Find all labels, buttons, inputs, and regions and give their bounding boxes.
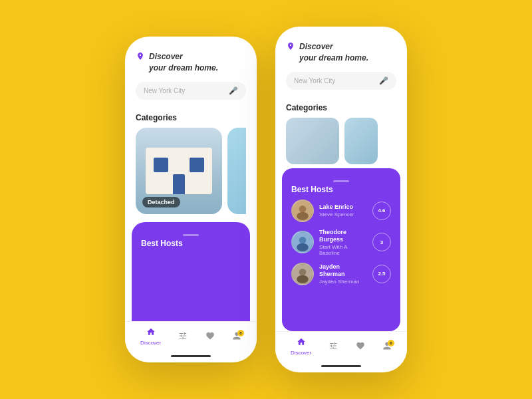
host-rating-2: 3: [372, 233, 391, 251]
category-label-detached: Detached: [142, 197, 180, 207]
best-hosts-title-right: Best Hosts: [291, 185, 391, 194]
host-rating-1: 4.6: [372, 201, 391, 220]
location-pin-icon-right: [286, 43, 295, 52]
heart-icon-right: [356, 341, 365, 352]
nav-bar-right: Discover 8: [275, 331, 407, 362]
home-indicator-left: [171, 355, 211, 357]
discover-title-left: Discover your dream home.: [136, 51, 246, 74]
mic-icon-right[interactable]: 🎤: [379, 76, 388, 85]
nav-profile-right[interactable]: 8: [382, 341, 392, 352]
right-header: Discover your dream home. New York City …: [275, 27, 407, 96]
nav-discover-left[interactable]: Discover: [140, 327, 161, 346]
host-item-2[interactable]: Theodore Burgess Start With A Baseline 3: [291, 229, 391, 256]
adjust-icon-right: [329, 341, 338, 352]
host-rating-3: 2.5: [372, 265, 391, 283]
best-hosts-expanded: Best Hosts Lake Enrico Steve Spencer: [282, 168, 400, 331]
nav-discover-label-left: Discover: [140, 340, 161, 346]
nav-discover-label-right: Discover: [291, 350, 311, 356]
host-info-3: Jayden Sherman Jayden Sherman: [319, 263, 367, 285]
right-title-text: Discover your dream home.: [299, 41, 368, 64]
host-sub-2: Start With A Baseline: [319, 244, 367, 256]
categories-title-right: Categories: [286, 103, 396, 112]
categories-title-left: Categories: [136, 113, 246, 122]
left-header: Discover your dream home. New York City …: [125, 37, 257, 106]
host-sub-3: Jayden Sherman: [319, 279, 367, 285]
nav-adjust-right[interactable]: [329, 341, 338, 352]
phone-right: Discover your dream home. New York City …: [275, 27, 407, 372]
host-item-1[interactable]: Lake Enrico Steve Spencer 4.6: [291, 200, 391, 222]
host-sub-1: Steve Spencer: [319, 211, 367, 217]
host-name-3: Jayden Sherman: [319, 263, 367, 279]
nav-profile-left[interactable]: 8: [232, 331, 241, 342]
mic-icon-left[interactable]: 🎤: [229, 86, 238, 95]
discover-title-right: Discover your dream home.: [286, 41, 396, 64]
search-placeholder-left: New York City: [144, 87, 225, 94]
search-placeholder-right: New York City: [294, 77, 375, 84]
left-title-text: Discover your dream home.: [149, 51, 218, 74]
host-info-1: Lake Enrico Steve Spencer: [319, 203, 367, 217]
phone-left: Discover your dream home. New York City …: [125, 37, 257, 362]
host-name-1: Lake Enrico: [319, 203, 367, 211]
nav-discover-right[interactable]: Discover: [291, 337, 311, 356]
home-nav-icon-left: [146, 327, 156, 338]
adjust-icon-left: [178, 331, 188, 342]
nav-heart-right[interactable]: [356, 341, 365, 352]
categories-right: Categories: [275, 96, 407, 168]
svg-point-2: [297, 211, 309, 219]
search-bar-right[interactable]: New York City 🎤: [286, 72, 396, 90]
category-card-right-1[interactable]: [286, 118, 339, 164]
host-avatar-3: [291, 263, 314, 285]
search-bar-left[interactable]: New York City 🎤: [136, 82, 246, 100]
phones-container: Discover your dream home. New York City …: [125, 27, 407, 372]
host-avatar-1: [291, 200, 314, 222]
home-nav-icon-right: [297, 337, 306, 348]
nav-badge-right: 8: [388, 340, 394, 346]
host-avatar-2: [291, 231, 314, 253]
nav-heart-left[interactable]: [205, 331, 215, 342]
location-pin-icon-left: [136, 53, 145, 62]
nav-adjust-left[interactable]: [178, 331, 188, 342]
category-scroll-left[interactable]: Detached: [136, 128, 246, 214]
best-hosts-card-left: Best Hosts: [132, 222, 250, 321]
category-scroll-right[interactable]: [286, 118, 396, 164]
svg-point-1: [299, 205, 307, 213]
svg-point-5: [297, 243, 309, 251]
host-name-2: Theodore Burgess: [319, 229, 367, 244]
home-indicator-right: [321, 365, 361, 367]
category-card-side[interactable]: [227, 128, 246, 214]
svg-point-8: [297, 275, 309, 283]
svg-point-4: [299, 237, 307, 244]
svg-point-7: [299, 269, 307, 276]
best-hosts-title-left: Best Hosts: [141, 239, 241, 248]
category-card-detached[interactable]: Detached: [136, 128, 222, 214]
category-card-right-2[interactable]: [344, 118, 378, 164]
host-item-3[interactable]: Jayden Sherman Jayden Sherman 2.5: [291, 263, 391, 285]
host-info-2: Theodore Burgess Start With A Baseline: [319, 229, 367, 256]
nav-badge-left: 8: [237, 330, 244, 336]
nav-bar-left: Discover 8: [125, 321, 257, 352]
categories-left: Categories Detached: [125, 106, 257, 218]
heart-icon-left: [205, 331, 215, 342]
